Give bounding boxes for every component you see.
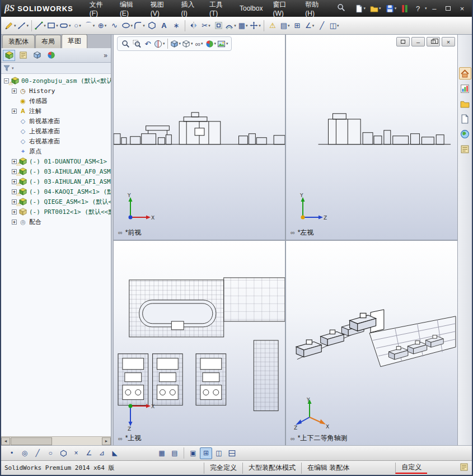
tree-item-subassembly[interactable]: + ⚠ (-) 01-DUANTOU_ASM<1> [1, 156, 111, 166]
triangle-snap-button[interactable]: ⊿ [96, 447, 108, 459]
child-minimize-button[interactable]: – [411, 37, 425, 46]
sketch-tool-button[interactable]: ▾ [4, 19, 17, 32]
tree-item-history[interactable]: + ◷ History [1, 86, 111, 96]
tree-item-subassembly[interactable]: + ⚠ (-) QIEGE_ASM<1> (默认< [1, 197, 111, 207]
delete-snap-button[interactable]: × [70, 447, 82, 459]
tree-filter-bar[interactable]: ▾ [1, 63, 111, 74]
configuration-manager-tab[interactable] [31, 50, 43, 61]
child-maximize-button[interactable] [427, 37, 440, 46]
help-button[interactable]: ? [411, 3, 424, 14]
zoom-area-button[interactable] [131, 38, 142, 50]
scrollbar-track[interactable] [10, 437, 102, 445]
mirror-entities-button[interactable] [188, 19, 200, 32]
section-view-button[interactable]: ▾ [153, 38, 166, 50]
smart-dimension-button[interactable]: ▾ [17, 19, 30, 32]
view-palette-tab[interactable] [459, 113, 471, 125]
zoom-fit-button[interactable] [120, 38, 131, 50]
tree-item-front-plane[interactable]: ◇ 前视基准面 [1, 116, 111, 126]
apply-scene-button[interactable]: ▾ [217, 38, 229, 50]
child-close-button[interactable]: × [442, 37, 455, 46]
scroll-left-button[interactable]: ◄ [1, 437, 10, 445]
two-view-horizontal-button[interactable]: ◫ [213, 447, 225, 459]
open-document-button[interactable]: ▾ [368, 3, 383, 14]
custom-status-text[interactable]: 自定义 [395, 463, 427, 474]
tree-item-mates[interactable]: + ◎ 配合 [1, 217, 111, 227]
offset-entities-button[interactable]: ▾ [224, 19, 237, 32]
expander-icon[interactable]: + [12, 88, 17, 94]
arc-tool-button[interactable]: ⌒▾ [84, 19, 96, 32]
line-snap-button[interactable]: ╱ [31, 447, 44, 459]
tab-sketch[interactable]: 草图 [62, 34, 87, 48]
convert-entities-button[interactable] [212, 19, 224, 32]
fillet-tool-button[interactable]: ▾ [133, 19, 146, 32]
tree-item-part[interactable]: + (-) PRT0012<1> (默认<<默认 [1, 207, 111, 217]
tree-item-annotations[interactable]: + A 注解 [1, 106, 111, 116]
appearances-tab[interactable] [459, 128, 471, 140]
tree-item-subassembly[interactable]: + ⚠ (-) 04-KAOQI_ASM<1> (默 [1, 186, 111, 197]
tree-item-top-plane[interactable]: ◇ 上视基准面 [1, 126, 111, 136]
scrollbar-thumb[interactable] [11, 437, 52, 445]
quick-tip-icon[interactable] [460, 463, 469, 473]
line-tool-button[interactable]: ▾ [34, 19, 46, 32]
tree-item-sensors[interactable]: ◉ 传感器 [1, 96, 111, 106]
viewport-front[interactable]: Y X ∞ *前视 [114, 35, 285, 240]
expander-icon[interactable]: + [12, 109, 17, 114]
text-tool-button[interactable]: A [158, 19, 170, 32]
center-snap-button[interactable]: ◎ [18, 447, 31, 459]
search-icon[interactable] [337, 3, 345, 13]
display-grid-button[interactable]: ▤▾ [279, 19, 291, 32]
edit-appearance-button[interactable]: ▾ [205, 38, 217, 50]
expand-panel-chevron[interactable]: » [104, 52, 109, 59]
grid-button[interactable]: ▦ [156, 447, 168, 459]
resources-tab[interactable] [459, 67, 471, 80]
view-orientation-button[interactable]: ▾ [170, 38, 182, 50]
save-button[interactable]: ▾ [384, 3, 399, 14]
ellipse-tool-button[interactable]: ▾ [121, 19, 134, 32]
linear-sketch-pattern-button[interactable]: ▦▾ [237, 19, 249, 32]
property-manager-tab[interactable] [17, 50, 29, 61]
scroll-right-button[interactable]: ► [102, 437, 111, 445]
rectangle-tool-button[interactable]: ▾ [46, 19, 59, 32]
sketch-snaps-button[interactable]: ∠▾ [303, 19, 316, 32]
viewport-left[interactable]: Y Z ∞ *左视 [286, 35, 457, 240]
move-entities-button[interactable]: ▾ [249, 19, 261, 32]
tab-assembly[interactable]: 装配体 [2, 35, 35, 48]
tab-layout[interactable]: 布局 [35, 35, 61, 48]
expander-icon[interactable]: + [12, 209, 17, 214]
child-restore-button[interactable] [396, 37, 410, 46]
point-snap-button[interactable]: • [6, 447, 18, 459]
instant2d-button[interactable]: ◫▾ [328, 19, 340, 32]
circle-tool-button[interactable]: ○▾ [72, 19, 84, 32]
tree-item-right-plane[interactable]: ◇ 右视基准面 [1, 136, 111, 146]
polygon-snap-button[interactable] [57, 447, 69, 459]
viewport-isometric[interactable]: Y X Z ∞ *上下二等角轴测 [286, 241, 457, 446]
previous-view-button[interactable]: ↶ [142, 38, 153, 50]
tree-item-subassembly[interactable]: + ⚠ (-) 03-AIHULAN_AF0_ASM< [1, 166, 111, 176]
file-explorer-tab[interactable] [459, 97, 471, 110]
rapid-sketch-button[interactable]: ⊞ [291, 19, 303, 32]
minimize-button[interactable]: – [428, 3, 441, 14]
two-view-vertical-button[interactable] [226, 447, 238, 459]
tree-horizontal-scrollbar[interactable]: ◄ ► [1, 436, 111, 445]
close-button[interactable]: × [456, 3, 469, 14]
feature-manager-tab[interactable] [3, 50, 15, 61]
trim-entities-button[interactable]: ✂▾ [200, 19, 212, 32]
expander-icon[interactable]: + [12, 220, 17, 225]
new-document-button[interactable]: ▾ [353, 3, 368, 14]
polygon-tool-button[interactable] [146, 19, 158, 32]
angle-snap-button[interactable]: ∠ [83, 447, 95, 459]
hide-show-items-button[interactable]: ∞▾ [194, 38, 205, 50]
circle-snap-button[interactable]: ○ [44, 447, 57, 459]
spline-tool-button[interactable]: ∿ [109, 19, 121, 32]
grid-alt-button[interactable]: ▤ [168, 447, 181, 459]
repair-sketch-button[interactable]: ⚠ [266, 19, 279, 32]
single-view-button[interactable]: ▣ [187, 447, 199, 459]
tree-item-origin[interactable]: ⌖ 原点 [1, 146, 111, 156]
slot-tool-button[interactable]: ▾ [59, 19, 72, 32]
design-library-tab[interactable] [459, 82, 471, 95]
viewport-top[interactable]: X Z ∞ *上视 [114, 241, 285, 446]
display-manager-tab[interactable] [45, 50, 57, 61]
construction-geometry-button[interactable]: ╱ [316, 19, 328, 32]
corner-snap-button[interactable]: ◣ [109, 447, 121, 459]
custom-properties-tab[interactable] [459, 143, 471, 155]
